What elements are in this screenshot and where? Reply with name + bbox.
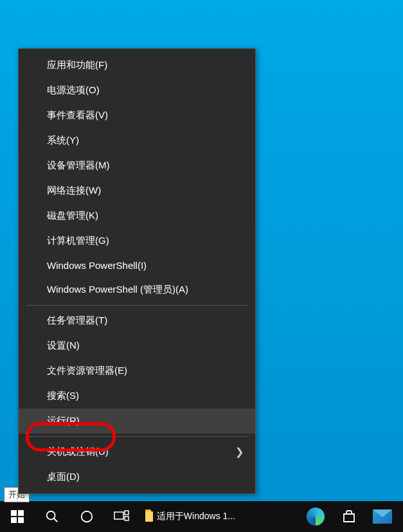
menu-label: 磁盘管理(K) xyxy=(47,210,98,222)
mail-icon xyxy=(373,509,392,524)
menu-label: Windows PowerShell (管理员)(A) xyxy=(47,284,188,296)
menu-disk-management[interactable]: 磁盘管理(K) xyxy=(19,203,255,228)
menu-label: Windows PowerShell(I) xyxy=(47,260,147,271)
menu-powershell[interactable]: Windows PowerShell(I) xyxy=(19,253,255,277)
svg-rect-7 xyxy=(114,512,123,519)
menu-label: 计算机管理(G) xyxy=(47,235,109,247)
menu-label: 关机或注销(U) xyxy=(47,446,109,458)
menu-event-viewer[interactable]: 事件查看器(V) xyxy=(19,103,255,128)
menu-shutdown-signout[interactable]: 关机或注销(U) ❯ xyxy=(19,439,255,464)
menu-device-manager[interactable]: 设备管理器(M) xyxy=(19,153,255,178)
menu-separator xyxy=(26,436,247,437)
svg-rect-8 xyxy=(125,511,129,515)
menu-label: 搜索(S) xyxy=(47,390,79,402)
svg-rect-3 xyxy=(18,517,24,523)
menu-search[interactable]: 搜索(S) xyxy=(19,383,255,408)
taskbar-pinned-right xyxy=(295,501,403,532)
menu-apps-features[interactable]: 应用和功能(F) xyxy=(19,53,255,78)
circle-icon xyxy=(80,509,94,524)
taskbar-app-explorer[interactable]: 适用于Windows 1... xyxy=(139,504,242,529)
svg-rect-1 xyxy=(18,510,24,516)
store-button[interactable] xyxy=(335,501,363,532)
menu-label: 设置(N) xyxy=(47,340,80,352)
menu-label: 文件资源管理器(E) xyxy=(47,365,127,377)
cortana-button[interactable] xyxy=(69,501,104,532)
store-icon xyxy=(341,509,357,524)
search-icon xyxy=(45,509,59,524)
svg-point-4 xyxy=(47,511,55,520)
menu-label: 电源选项(O) xyxy=(47,84,100,96)
menu-network-connections[interactable]: 网络连接(W) xyxy=(19,178,255,203)
task-view-icon xyxy=(114,510,129,523)
svg-point-6 xyxy=(82,511,93,522)
search-button[interactable] xyxy=(35,501,69,532)
menu-computer-management[interactable]: 计算机管理(G) xyxy=(19,228,255,253)
svg-rect-0 xyxy=(11,510,17,516)
menu-label: 设备管理器(M) xyxy=(47,160,110,172)
edge-button[interactable] xyxy=(301,501,330,532)
svg-rect-9 xyxy=(125,517,129,520)
task-view-button[interactable] xyxy=(104,501,139,532)
menu-task-manager[interactable]: 任务管理器(T) xyxy=(19,308,255,333)
windows-logo-icon xyxy=(11,510,24,523)
menu-label: 应用和功能(F) xyxy=(47,59,107,71)
menu-label: 网络连接(W) xyxy=(47,185,101,197)
menu-label: 运行(R) xyxy=(47,415,80,427)
menu-separator xyxy=(26,305,247,306)
menu-settings[interactable]: 设置(N) xyxy=(19,333,255,358)
chevron-right-icon: ❯ xyxy=(235,446,244,458)
svg-rect-2 xyxy=(11,517,17,523)
winx-context-menu: 应用和功能(F) 电源选项(O) 事件查看器(V) 系统(Y) 设备管理器(M)… xyxy=(18,48,256,494)
taskbar-app-label: 适用于Windows 1... xyxy=(157,511,235,522)
edge-icon xyxy=(307,508,325,526)
folder-icon xyxy=(145,511,153,522)
menu-system[interactable]: 系统(Y) xyxy=(19,128,255,153)
menu-desktop[interactable]: 桌面(D) xyxy=(19,464,255,490)
svg-line-5 xyxy=(54,518,58,522)
mail-button[interactable] xyxy=(368,501,397,532)
menu-run[interactable]: 运行(R) xyxy=(19,408,255,434)
menu-powershell-admin[interactable]: Windows PowerShell (管理员)(A) xyxy=(19,277,255,302)
start-button[interactable] xyxy=(0,501,35,532)
menu-label: 任务管理器(T) xyxy=(47,315,107,327)
menu-label: 桌面(D) xyxy=(47,471,80,483)
menu-file-explorer[interactable]: 文件资源管理器(E) xyxy=(19,358,255,383)
menu-power-options[interactable]: 电源选项(O) xyxy=(19,78,255,103)
menu-label: 事件查看器(V) xyxy=(47,109,108,122)
menu-label: 系统(Y) xyxy=(47,134,79,147)
